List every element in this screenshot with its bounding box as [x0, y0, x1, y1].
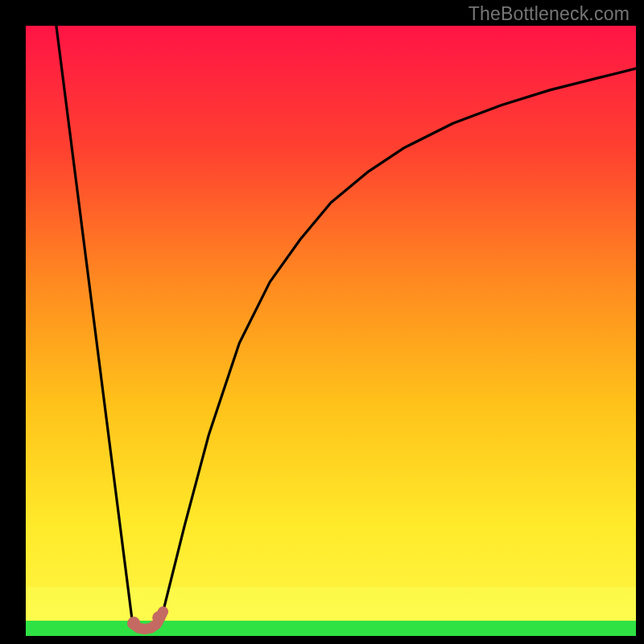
chart-svg — [26, 26, 636, 636]
gradient-background — [26, 26, 636, 636]
plot-area — [26, 26, 636, 636]
chart-frame: TheBottleneck.com — [0, 0, 644, 644]
yellow-band — [26, 587, 636, 621]
marker-left-knob — [127, 617, 140, 630]
marker-right-knob — [152, 611, 165, 624]
watermark-text: TheBottleneck.com — [469, 3, 630, 25]
green-band — [26, 621, 636, 636]
